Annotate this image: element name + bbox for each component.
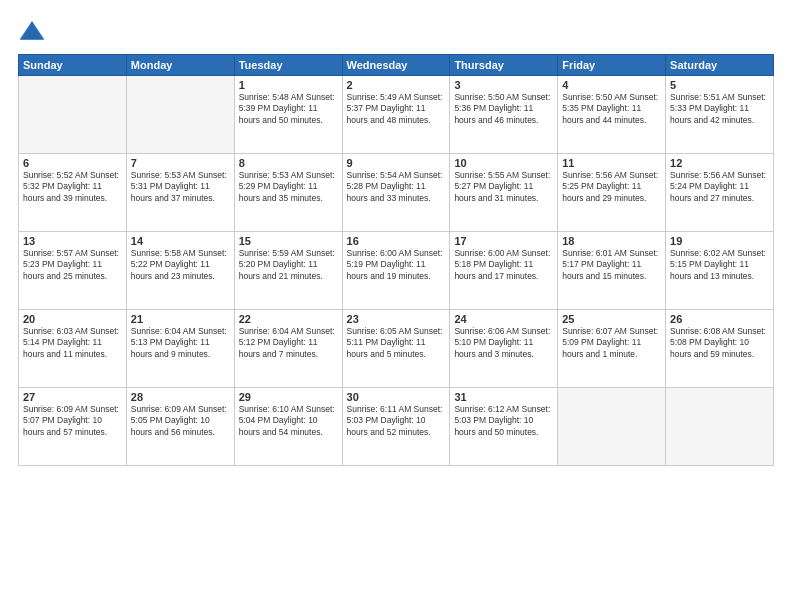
day-info: Sunrise: 5:57 AM Sunset: 5:23 PM Dayligh… — [23, 248, 122, 282]
weekday-header-thursday: Thursday — [450, 55, 558, 76]
calendar-table: SundayMondayTuesdayWednesdayThursdayFrid… — [18, 54, 774, 466]
day-number: 24 — [454, 313, 553, 325]
day-cell — [126, 76, 234, 154]
day-number: 31 — [454, 391, 553, 403]
day-cell: 27Sunrise: 6:09 AM Sunset: 5:07 PM Dayli… — [19, 388, 127, 466]
day-info: Sunrise: 5:51 AM Sunset: 5:33 PM Dayligh… — [670, 92, 769, 126]
day-cell: 20Sunrise: 6:03 AM Sunset: 5:14 PM Dayli… — [19, 310, 127, 388]
day-info: Sunrise: 6:03 AM Sunset: 5:14 PM Dayligh… — [23, 326, 122, 360]
day-cell: 23Sunrise: 6:05 AM Sunset: 5:11 PM Dayli… — [342, 310, 450, 388]
day-cell: 13Sunrise: 5:57 AM Sunset: 5:23 PM Dayli… — [19, 232, 127, 310]
logo-icon — [18, 18, 46, 46]
day-info: Sunrise: 6:09 AM Sunset: 5:05 PM Dayligh… — [131, 404, 230, 438]
day-info: Sunrise: 5:50 AM Sunset: 5:36 PM Dayligh… — [454, 92, 553, 126]
day-cell — [666, 388, 774, 466]
day-info: Sunrise: 5:48 AM Sunset: 5:39 PM Dayligh… — [239, 92, 338, 126]
day-info: Sunrise: 5:55 AM Sunset: 5:27 PM Dayligh… — [454, 170, 553, 204]
day-cell: 22Sunrise: 6:04 AM Sunset: 5:12 PM Dayli… — [234, 310, 342, 388]
day-info: Sunrise: 5:50 AM Sunset: 5:35 PM Dayligh… — [562, 92, 661, 126]
day-number: 28 — [131, 391, 230, 403]
week-row-2: 6Sunrise: 5:52 AM Sunset: 5:32 PM Daylig… — [19, 154, 774, 232]
day-cell: 31Sunrise: 6:12 AM Sunset: 5:03 PM Dayli… — [450, 388, 558, 466]
day-cell: 29Sunrise: 6:10 AM Sunset: 5:04 PM Dayli… — [234, 388, 342, 466]
day-info: Sunrise: 6:00 AM Sunset: 5:19 PM Dayligh… — [347, 248, 446, 282]
day-info: Sunrise: 5:58 AM Sunset: 5:22 PM Dayligh… — [131, 248, 230, 282]
header — [18, 18, 774, 46]
day-number: 7 — [131, 157, 230, 169]
day-number: 10 — [454, 157, 553, 169]
day-info: Sunrise: 5:53 AM Sunset: 5:31 PM Dayligh… — [131, 170, 230, 204]
day-info: Sunrise: 5:54 AM Sunset: 5:28 PM Dayligh… — [347, 170, 446, 204]
day-info: Sunrise: 6:00 AM Sunset: 5:18 PM Dayligh… — [454, 248, 553, 282]
day-info: Sunrise: 6:01 AM Sunset: 5:17 PM Dayligh… — [562, 248, 661, 282]
day-number: 30 — [347, 391, 446, 403]
day-cell: 30Sunrise: 6:11 AM Sunset: 5:03 PM Dayli… — [342, 388, 450, 466]
day-cell: 11Sunrise: 5:56 AM Sunset: 5:25 PM Dayli… — [558, 154, 666, 232]
day-number: 13 — [23, 235, 122, 247]
day-number: 15 — [239, 235, 338, 247]
day-number: 16 — [347, 235, 446, 247]
day-number: 6 — [23, 157, 122, 169]
day-number: 14 — [131, 235, 230, 247]
day-cell: 16Sunrise: 6:00 AM Sunset: 5:19 PM Dayli… — [342, 232, 450, 310]
day-number: 19 — [670, 235, 769, 247]
day-cell: 1Sunrise: 5:48 AM Sunset: 5:39 PM Daylig… — [234, 76, 342, 154]
day-number: 17 — [454, 235, 553, 247]
day-cell: 21Sunrise: 6:04 AM Sunset: 5:13 PM Dayli… — [126, 310, 234, 388]
weekday-header-tuesday: Tuesday — [234, 55, 342, 76]
day-cell: 8Sunrise: 5:53 AM Sunset: 5:29 PM Daylig… — [234, 154, 342, 232]
weekday-header-sunday: Sunday — [19, 55, 127, 76]
day-info: Sunrise: 6:04 AM Sunset: 5:12 PM Dayligh… — [239, 326, 338, 360]
day-info: Sunrise: 5:56 AM Sunset: 5:24 PM Dayligh… — [670, 170, 769, 204]
weekday-header-wednesday: Wednesday — [342, 55, 450, 76]
day-cell: 3Sunrise: 5:50 AM Sunset: 5:36 PM Daylig… — [450, 76, 558, 154]
day-info: Sunrise: 6:05 AM Sunset: 5:11 PM Dayligh… — [347, 326, 446, 360]
weekday-header-saturday: Saturday — [666, 55, 774, 76]
weekday-header-row: SundayMondayTuesdayWednesdayThursdayFrid… — [19, 55, 774, 76]
day-number: 9 — [347, 157, 446, 169]
day-cell: 14Sunrise: 5:58 AM Sunset: 5:22 PM Dayli… — [126, 232, 234, 310]
week-row-4: 20Sunrise: 6:03 AM Sunset: 5:14 PM Dayli… — [19, 310, 774, 388]
day-number: 21 — [131, 313, 230, 325]
day-info: Sunrise: 6:09 AM Sunset: 5:07 PM Dayligh… — [23, 404, 122, 438]
day-number: 4 — [562, 79, 661, 91]
day-number: 26 — [670, 313, 769, 325]
day-cell: 19Sunrise: 6:02 AM Sunset: 5:15 PM Dayli… — [666, 232, 774, 310]
weekday-header-monday: Monday — [126, 55, 234, 76]
day-info: Sunrise: 5:59 AM Sunset: 5:20 PM Dayligh… — [239, 248, 338, 282]
day-info: Sunrise: 5:53 AM Sunset: 5:29 PM Dayligh… — [239, 170, 338, 204]
day-number: 1 — [239, 79, 338, 91]
day-info: Sunrise: 6:11 AM Sunset: 5:03 PM Dayligh… — [347, 404, 446, 438]
day-cell — [19, 76, 127, 154]
day-number: 23 — [347, 313, 446, 325]
day-cell: 5Sunrise: 5:51 AM Sunset: 5:33 PM Daylig… — [666, 76, 774, 154]
day-cell: 18Sunrise: 6:01 AM Sunset: 5:17 PM Dayli… — [558, 232, 666, 310]
day-cell: 15Sunrise: 5:59 AM Sunset: 5:20 PM Dayli… — [234, 232, 342, 310]
day-cell: 28Sunrise: 6:09 AM Sunset: 5:05 PM Dayli… — [126, 388, 234, 466]
day-cell: 12Sunrise: 5:56 AM Sunset: 5:24 PM Dayli… — [666, 154, 774, 232]
day-info: Sunrise: 5:52 AM Sunset: 5:32 PM Dayligh… — [23, 170, 122, 204]
day-info: Sunrise: 6:06 AM Sunset: 5:10 PM Dayligh… — [454, 326, 553, 360]
day-number: 25 — [562, 313, 661, 325]
day-info: Sunrise: 6:04 AM Sunset: 5:13 PM Dayligh… — [131, 326, 230, 360]
day-number: 3 — [454, 79, 553, 91]
calendar-page: SundayMondayTuesdayWednesdayThursdayFrid… — [0, 0, 792, 612]
day-cell: 24Sunrise: 6:06 AM Sunset: 5:10 PM Dayli… — [450, 310, 558, 388]
logo — [18, 18, 50, 46]
day-info: Sunrise: 5:49 AM Sunset: 5:37 PM Dayligh… — [347, 92, 446, 126]
day-cell: 4Sunrise: 5:50 AM Sunset: 5:35 PM Daylig… — [558, 76, 666, 154]
day-info: Sunrise: 6:10 AM Sunset: 5:04 PM Dayligh… — [239, 404, 338, 438]
day-number: 20 — [23, 313, 122, 325]
week-row-3: 13Sunrise: 5:57 AM Sunset: 5:23 PM Dayli… — [19, 232, 774, 310]
day-number: 2 — [347, 79, 446, 91]
day-info: Sunrise: 6:08 AM Sunset: 5:08 PM Dayligh… — [670, 326, 769, 360]
day-cell: 9Sunrise: 5:54 AM Sunset: 5:28 PM Daylig… — [342, 154, 450, 232]
day-info: Sunrise: 6:12 AM Sunset: 5:03 PM Dayligh… — [454, 404, 553, 438]
day-number: 8 — [239, 157, 338, 169]
day-info: Sunrise: 6:07 AM Sunset: 5:09 PM Dayligh… — [562, 326, 661, 360]
week-row-5: 27Sunrise: 6:09 AM Sunset: 5:07 PM Dayli… — [19, 388, 774, 466]
weekday-header-friday: Friday — [558, 55, 666, 76]
day-number: 29 — [239, 391, 338, 403]
day-cell: 25Sunrise: 6:07 AM Sunset: 5:09 PM Dayli… — [558, 310, 666, 388]
week-row-1: 1Sunrise: 5:48 AM Sunset: 5:39 PM Daylig… — [19, 76, 774, 154]
